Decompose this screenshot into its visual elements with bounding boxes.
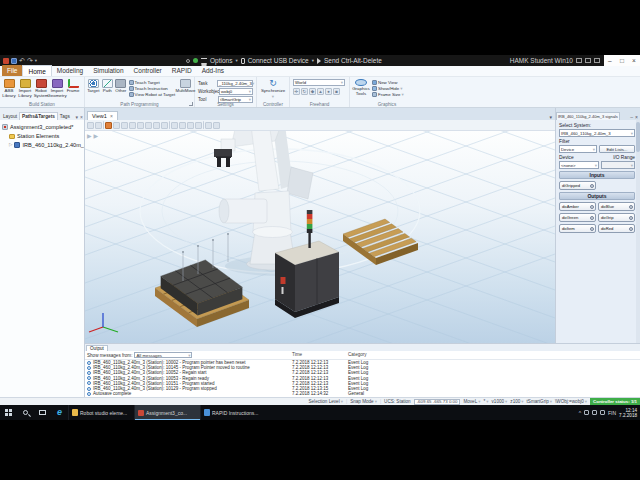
vm-options-caret-icon[interactable]: ▾: [235, 58, 237, 63]
frame-button[interactable]: Frame: [65, 78, 81, 94]
taskbar-app-document[interactable]: Robot studio eleme...: [68, 405, 134, 420]
graphics-tools-button[interactable]: Graphics Tools: [351, 78, 371, 97]
viewport-tool-icon[interactable]: [153, 122, 160, 129]
viewport-tool-icon[interactable]: [171, 122, 178, 129]
other-button[interactable]: Other: [114, 78, 128, 94]
viewport-tool-icon[interactable]: [213, 122, 220, 129]
signal-digripped-button[interactable]: diGripped: [559, 181, 596, 190]
taskbar-app-rapid-doc[interactable]: RAPID Instructions...: [200, 405, 266, 420]
tab-paths-targets[interactable]: Paths&Targets: [19, 112, 58, 120]
viewport-tool-icon[interactable]: [137, 122, 144, 129]
tab-layout[interactable]: Layout: [1, 113, 19, 120]
redo-icon[interactable]: ↷: [27, 57, 33, 64]
teach-target-button[interactable]: Teach Target: [129, 80, 177, 85]
snap-mode-select[interactable]: Snap Mode▾: [350, 399, 377, 404]
selection-level-select[interactable]: Selection Level▾: [309, 399, 343, 404]
multirobot-jog-icon[interactable]: ■: [333, 88, 340, 95]
task-view-button[interactable]: [34, 405, 51, 420]
vm-usb-caret-icon[interactable]: ▾: [312, 58, 314, 63]
language-indicator[interactable]: FIN: [608, 410, 616, 416]
vm-connect-usb-button[interactable]: Connect USB Device: [248, 57, 309, 64]
signal-doamber-button[interactable]: doAmber: [559, 202, 596, 211]
viewport-tool-active-icon[interactable]: [105, 122, 112, 129]
import-geometry-button[interactable]: Import Geometry: [49, 78, 65, 99]
abb-library-button[interactable]: ABB Library: [1, 78, 17, 99]
workobject-combo[interactable]: wobj0▾: [219, 88, 253, 95]
io-scrollbar[interactable]: [636, 120, 640, 343]
viewport-tool-icon[interactable]: [205, 122, 212, 129]
viewport-tool-icon[interactable]: [187, 122, 194, 129]
tab-controller[interactable]: Controller: [129, 65, 167, 76]
taskbar-clock[interactable]: 12:14 7.2.2018: [619, 408, 637, 418]
vm-close-icon[interactable]: [594, 58, 600, 63]
view1-close-icon[interactable]: ×: [110, 113, 113, 119]
show-hide-button[interactable]: Show/Hide ▾: [372, 86, 420, 91]
multimove-button[interactable]: MultiMove: [178, 78, 193, 94]
viewport-tool-icon[interactable]: [87, 122, 94, 129]
viewport-tool-icon[interactable]: [129, 122, 136, 129]
jog-joint-icon[interactable]: ◆: [309, 88, 316, 95]
viewport-tool-icon[interactable]: [195, 122, 202, 129]
output-row[interactable]: Autosave complete 7.2.2018 12:14:32 Gene…: [85, 391, 640, 396]
3d-viewport[interactable]: ▶▶: [85, 131, 555, 343]
move-instruction-select[interactable]: MoveL▾: [463, 399, 480, 404]
jog-linear-icon[interactable]: ▲: [317, 88, 324, 95]
reference-combo[interactable]: World▾: [293, 79, 345, 86]
messages-filter-select[interactable]: All messages▾: [134, 352, 192, 358]
vm-options-button[interactable]: Options: [210, 57, 232, 64]
viewport-tool-icon[interactable]: [121, 122, 128, 129]
vm-pin-icon[interactable]: [186, 59, 190, 63]
synchronize-button[interactable]: ↻ Synchronize ▾: [258, 78, 288, 99]
vm-minimize-icon[interactable]: [576, 58, 582, 63]
maximize-button[interactable]: □: [620, 57, 624, 64]
minimize-button[interactable]: –: [608, 57, 612, 64]
vm-maximize-icon[interactable]: [585, 58, 591, 63]
qat-customize-icon[interactable]: ▾: [35, 58, 37, 63]
tab-view1[interactable]: View1 ×: [87, 111, 118, 120]
path-button[interactable]: Path: [101, 78, 115, 94]
frame-size-button[interactable]: Frame Size ▾: [372, 92, 420, 97]
tab-home[interactable]: Home: [22, 65, 51, 76]
system-select[interactable]: IRB_460_110kg_2.40m_3▾: [559, 129, 635, 137]
signal-dogreen-button[interactable]: doGreen: [559, 213, 596, 222]
search-button[interactable]: [17, 405, 34, 420]
import-library-button[interactable]: Import Library: [17, 78, 33, 99]
signal-dogrip-button[interactable]: doGrip: [598, 213, 635, 222]
star-select[interactable]: *▾: [484, 399, 489, 404]
edit-lists-button[interactable]: Edit Lists...: [599, 145, 635, 153]
tray-expand-icon[interactable]: ^: [579, 410, 581, 416]
speed-select[interactable]: v1000▾: [492, 399, 508, 404]
column-header-category[interactable]: Category: [348, 352, 367, 357]
tray-icon[interactable]: [592, 410, 597, 415]
view-robot-at-target-button[interactable]: View Robot at Target: [129, 92, 177, 97]
tray-icon[interactable]: [584, 410, 589, 415]
column-header-time[interactable]: Time: [292, 352, 302, 357]
filter-select[interactable]: Device▾: [559, 145, 597, 153]
save-icon[interactable]: [11, 58, 17, 64]
tab-simulation[interactable]: Simulation: [88, 65, 128, 76]
tree-item-robot-system[interactable]: ▷ IRB_460_110kg_2.40m_3: [0, 140, 84, 149]
vm-send-cad-button[interactable]: Send Ctrl-Alt-Delete: [324, 57, 382, 64]
close-button[interactable]: ×: [632, 57, 636, 64]
signal-doblue-button[interactable]: doBlue: [598, 202, 635, 211]
teach-instruction-button[interactable]: Teach Instruction: [129, 86, 177, 91]
tab-addins[interactable]: Add-Ins: [197, 65, 229, 76]
signal-dored-button[interactable]: doRed: [598, 224, 635, 233]
tab-rapid[interactable]: RAPID: [167, 65, 197, 76]
tree-item-station[interactable]: Assignment3_completed*: [0, 122, 84, 131]
rotate-tool-icon[interactable]: ↻: [301, 88, 308, 95]
move-tool-icon[interactable]: ✛: [293, 88, 300, 95]
zone-select[interactable]: z100▾: [510, 399, 523, 404]
viewport-tool-icon[interactable]: [161, 122, 168, 129]
target-button[interactable]: Target: [86, 78, 101, 94]
empty-pallet[interactable]: [343, 219, 418, 265]
tray-icon[interactable]: [600, 410, 605, 415]
device-select[interactable]: <none>▾: [559, 161, 599, 169]
io-range-select[interactable]: ▾: [601, 161, 635, 169]
viewport-tool-icon[interactable]: [95, 122, 102, 129]
task-combo[interactable]: _110kg_2.40m_3▾: [217, 80, 253, 87]
undo-icon[interactable]: ↶: [19, 57, 25, 64]
tab-file[interactable]: File: [2, 65, 22, 76]
viewport-tool-icon[interactable]: [145, 122, 152, 129]
viewport-tool-icon[interactable]: [179, 122, 186, 129]
